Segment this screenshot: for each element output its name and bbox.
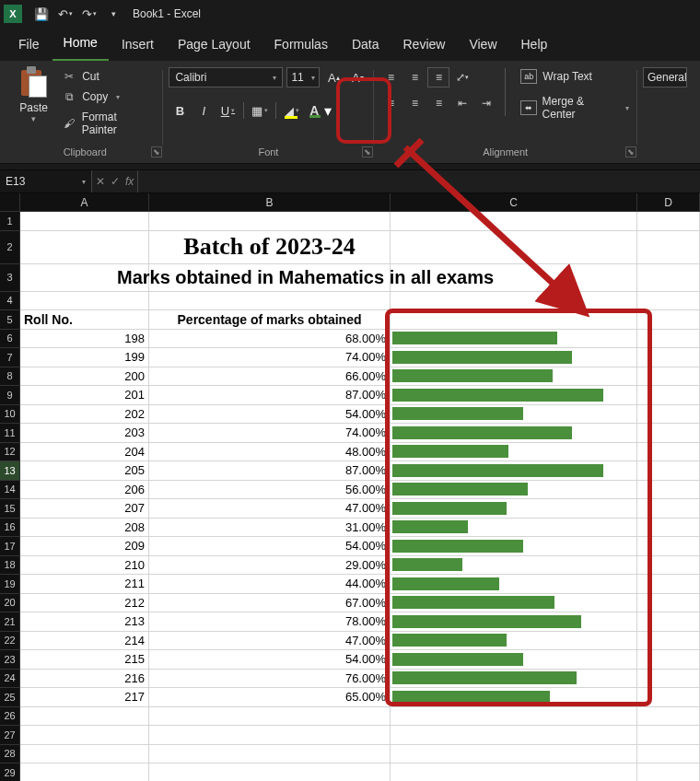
menu-insert[interactable]: Insert — [111, 29, 165, 61]
row-header[interactable]: 14 — [0, 481, 20, 500]
row-header[interactable]: 12 — [0, 443, 20, 462]
cell[interactable] — [149, 745, 391, 764]
row-header[interactable]: 9 — [0, 386, 20, 405]
col-b-header[interactable]: Percentage of marks obtained — [149, 310, 391, 330]
orientation-button[interactable]: ⤢▾ — [451, 67, 473, 87]
pct-cell[interactable]: 31.00% — [149, 519, 391, 538]
row-header[interactable]: 29 — [0, 764, 20, 781]
bar-cell[interactable] — [391, 330, 637, 349]
pct-cell[interactable]: 74.00% — [149, 348, 391, 367]
cell[interactable] — [637, 632, 700, 651]
row-header[interactable]: 19 — [0, 575, 20, 594]
cell[interactable] — [637, 348, 700, 367]
row-header[interactable]: 1 — [0, 212, 20, 231]
bar-cell[interactable] — [391, 424, 637, 443]
roll-no-cell[interactable]: 205 — [20, 461, 149, 481]
pct-cell[interactable]: 54.00% — [149, 650, 391, 670]
cell[interactable] — [391, 292, 637, 311]
underline-button[interactable]: U▾ — [216, 99, 239, 122]
pct-cell[interactable]: 44.00% — [149, 575, 391, 594]
row-header[interactable]: 25 — [0, 688, 20, 707]
fx-icon[interactable]: fx — [125, 175, 134, 188]
bar-cell[interactable] — [391, 670, 637, 689]
roll-no-cell[interactable]: 216 — [20, 670, 149, 689]
row-header[interactable]: 5 — [0, 310, 20, 330]
align-center-button[interactable]: ≡ — [403, 93, 426, 113]
menu-file[interactable]: File — [7, 29, 51, 61]
cell[interactable] — [391, 707, 637, 727]
qat-customize[interactable]: ▾ — [101, 2, 125, 26]
roll-no-cell[interactable]: 200 — [20, 367, 149, 387]
roll-no-cell[interactable]: 214 — [20, 632, 149, 651]
cell[interactable] — [637, 764, 700, 781]
row-header[interactable]: 13 — [0, 461, 20, 481]
menu-formulas[interactable]: Formulas — [263, 29, 339, 61]
pct-cell[interactable]: 65.00% — [149, 688, 391, 707]
bar-cell[interactable] — [391, 386, 637, 405]
select-all-corner[interactable] — [0, 193, 20, 212]
cell[interactable] — [637, 461, 700, 481]
roll-no-cell[interactable]: 203 — [20, 424, 149, 443]
align-right-button[interactable]: ≡ — [427, 93, 449, 113]
font-color-button[interactable]: A▾ — [305, 99, 336, 122]
cell[interactable] — [391, 231, 637, 264]
font-name-select[interactable]: Calibri▾ — [169, 67, 283, 87]
roll-no-cell[interactable]: 206 — [20, 481, 149, 500]
cell[interactable] — [637, 519, 700, 538]
cell[interactable]: Marks obtained in Mahematics in all exam… — [149, 264, 391, 292]
bar-cell[interactable] — [391, 405, 637, 425]
cell[interactable] — [637, 330, 700, 349]
menu-data[interactable]: Data — [341, 29, 391, 61]
row-header[interactable]: 26 — [0, 707, 20, 727]
bar-cell[interactable] — [391, 499, 637, 519]
row-header[interactable]: 7 — [0, 348, 20, 367]
pct-cell[interactable]: 66.00% — [149, 367, 391, 387]
cell[interactable] — [637, 405, 700, 425]
decrease-indent-button[interactable]: ⇤ — [451, 93, 473, 113]
increase-font-button[interactable]: A▴ — [323, 67, 344, 87]
roll-no-cell[interactable]: 213 — [20, 612, 149, 632]
row-header[interactable]: 3 — [0, 264, 20, 292]
undo-button[interactable]: ↶▾ — [53, 2, 77, 26]
formula-input[interactable] — [137, 170, 700, 192]
cell[interactable] — [149, 212, 391, 231]
pct-cell[interactable]: 68.00% — [149, 330, 391, 349]
bar-cell[interactable] — [391, 481, 637, 500]
menu-review[interactable]: Review — [392, 29, 457, 61]
roll-no-cell[interactable]: 209 — [20, 537, 149, 556]
pct-cell[interactable]: 47.00% — [149, 499, 391, 519]
pct-cell[interactable]: 54.00% — [149, 537, 391, 556]
font-size-select[interactable]: 11▾ — [286, 67, 320, 87]
paste-button[interactable]: Paste ▾ — [13, 64, 54, 123]
increase-indent-button[interactable]: ⇥ — [475, 93, 497, 113]
fill-color-button[interactable]: ◢▾ — [281, 99, 303, 122]
roll-no-cell[interactable]: 208 — [20, 519, 149, 538]
cell[interactable] — [637, 575, 700, 594]
merge-center-button[interactable]: ⬌Merge & Center▾ — [519, 93, 631, 122]
borders-button[interactable]: ▦▾ — [249, 99, 271, 122]
menu-home[interactable]: Home — [52, 28, 109, 61]
cell[interactable] — [637, 594, 700, 613]
cell[interactable] — [637, 424, 700, 443]
roll-no-cell[interactable]: 199 — [20, 348, 149, 367]
row-header[interactable]: 21 — [0, 612, 20, 632]
cell[interactable] — [637, 443, 700, 462]
cell[interactable] — [20, 212, 149, 231]
roll-no-cell[interactable]: 204 — [20, 443, 149, 462]
row-header[interactable]: 2 — [0, 231, 20, 264]
cell[interactable] — [149, 764, 391, 781]
cell[interactable] — [637, 310, 700, 330]
row-header[interactable]: 4 — [0, 292, 20, 311]
cell[interactable] — [20, 726, 149, 745]
cell[interactable] — [637, 386, 700, 405]
row-header[interactable]: 28 — [0, 745, 20, 764]
bar-cell[interactable] — [391, 688, 637, 707]
cell[interactable] — [637, 231, 700, 264]
pct-cell[interactable]: 87.00% — [149, 386, 391, 405]
bar-cell[interactable] — [391, 367, 637, 387]
cell[interactable] — [637, 707, 700, 727]
cell[interactable] — [637, 650, 700, 670]
pct-cell[interactable]: 87.00% — [149, 461, 391, 481]
enter-formula-icon[interactable]: ✓ — [111, 175, 120, 188]
bar-cell[interactable] — [391, 612, 637, 632]
